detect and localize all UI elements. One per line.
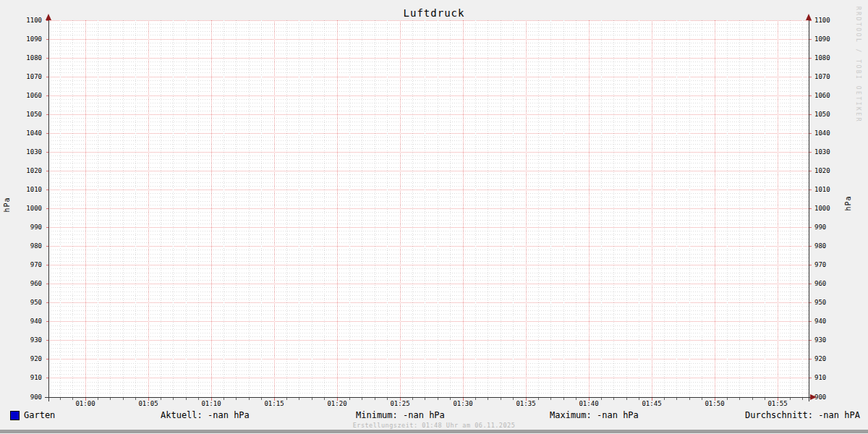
x-minor-tick: [375, 398, 375, 400]
y-grid-minor: [48, 224, 809, 224]
stat-minimum: Minimum: -nan hPa: [356, 410, 445, 420]
x-grid-minor: [752, 20, 753, 397]
x-grid-minor: [438, 20, 438, 397]
y-axis-tick-label-right: 1010: [814, 187, 838, 193]
x-minor-tick: [161, 398, 161, 400]
y-axis-tick-label-left: 1020: [19, 168, 42, 174]
y-grid-major: [48, 284, 809, 284]
x-minor-tick: [450, 398, 451, 400]
x-minor-tick: [110, 398, 111, 400]
y-grid-minor: [48, 382, 809, 383]
y-grid-minor: [48, 355, 809, 356]
y-grid-minor: [48, 72, 809, 73]
x-grid-minor: [664, 20, 665, 397]
x-axis-arrow-icon: [810, 394, 817, 400]
x-axis-tick-label: 01:15: [260, 401, 289, 407]
x-grid-minor: [324, 20, 325, 397]
y-major-tick-right: [809, 378, 812, 378]
x-axis-tick-label: 01:40: [574, 401, 603, 407]
x-grid-minor: [249, 20, 250, 397]
y-grid-minor: [48, 374, 809, 375]
x-grid-minor: [702, 20, 702, 397]
y-grid-minor: [48, 258, 809, 258]
y-grid-minor: [48, 276, 809, 277]
x-grid-major: [148, 20, 149, 397]
creation-time: Erstellungszeit: 01:48 Uhr am 06.11.2025: [0, 422, 868, 429]
x-minor-tick: [236, 398, 237, 400]
y-grid-minor: [48, 231, 809, 231]
y-grid-major: [48, 265, 809, 265]
x-minor-tick: [349, 398, 350, 400]
x-grid-minor: [173, 20, 174, 397]
y-grid-minor: [48, 118, 809, 119]
x-grid-minor: [236, 20, 237, 397]
y-axis-tick-label-left: 990: [19, 224, 42, 231]
x-grid-minor: [60, 20, 61, 397]
x-grid-minor: [375, 20, 375, 397]
y-grid-minor: [48, 273, 809, 273]
x-grid-minor: [790, 20, 791, 397]
x-minor-tick: [299, 398, 299, 400]
y-grid-minor: [48, 242, 809, 243]
x-grid-minor: [123, 20, 124, 397]
x-grid-minor: [601, 20, 602, 397]
y-axis-tick-label-left: 1070: [19, 74, 42, 80]
x-grid-minor: [198, 20, 199, 397]
y-major-tick-right: [809, 208, 812, 209]
x-grid-minor: [739, 20, 740, 397]
y-grid-minor: [48, 367, 809, 367]
y-grid-minor: [48, 352, 809, 352]
x-grid-major: [337, 20, 338, 397]
y-grid-minor: [48, 393, 809, 393]
y-grid-minor: [48, 99, 809, 100]
y-axis-tick-label-right: 1090: [814, 36, 838, 43]
y-major-tick-right: [809, 246, 812, 247]
y-grid-minor: [48, 314, 809, 315]
x-grid-minor: [110, 20, 111, 397]
y-axis-tick-label-left: 900: [19, 394, 42, 401]
x-grid-minor: [501, 20, 501, 397]
y-grid-minor: [48, 318, 809, 318]
x-grid-minor: [161, 20, 161, 397]
y-major-tick-right: [809, 39, 812, 40]
y-grid-major: [48, 302, 809, 303]
x-grid-minor: [676, 20, 677, 397]
y-major-tick-right: [809, 227, 812, 228]
y-grid-minor: [48, 122, 809, 122]
y-grid-minor: [48, 61, 809, 62]
x-minor-tick: [249, 398, 250, 400]
y-grid-minor: [48, 212, 809, 213]
x-axis: [45, 397, 810, 398]
x-axis-tick-label: 01:35: [511, 401, 540, 407]
y-axis-tick-label-right: 930: [814, 337, 838, 344]
y-major-tick-right: [809, 321, 812, 322]
y-grid-minor: [48, 80, 809, 81]
y-grid-minor: [48, 137, 809, 137]
x-minor-tick: [538, 398, 539, 400]
y-axis-unit-right: hPa: [845, 190, 852, 216]
y-grid-minor: [48, 250, 809, 250]
y-axis-tick-label-left: 1080: [19, 55, 42, 61]
x-axis-tick-label: 01:25: [386, 401, 414, 407]
x-grid-minor: [98, 20, 98, 397]
y-grid-minor: [48, 69, 809, 69]
x-grid-major: [589, 20, 590, 397]
x-grid-minor: [224, 20, 224, 397]
x-axis-tick-label: 01:30: [448, 401, 477, 407]
y-axis-tick-label-right: 970: [814, 262, 838, 268]
x-axis-tick-label: 01:05: [134, 401, 163, 407]
x-grid-minor: [349, 20, 350, 397]
y-grid-major: [48, 20, 809, 21]
y-axis-tick-label-left: 920: [19, 356, 42, 362]
y-grid-minor: [48, 144, 809, 145]
x-grid-minor: [639, 20, 639, 397]
y-axis-tick-label-left: 910: [19, 375, 42, 381]
x-grid-minor: [412, 20, 413, 397]
x-grid-minor: [135, 20, 136, 397]
y-major-tick-right: [809, 77, 812, 77]
legend-label-garten: Garten: [24, 410, 55, 420]
y-grid-minor: [48, 280, 809, 281]
y-grid-minor: [48, 336, 809, 337]
y-axis-tick-label-right: 910: [814, 375, 838, 381]
y-axis-tick-label-right: 1040: [814, 130, 838, 137]
